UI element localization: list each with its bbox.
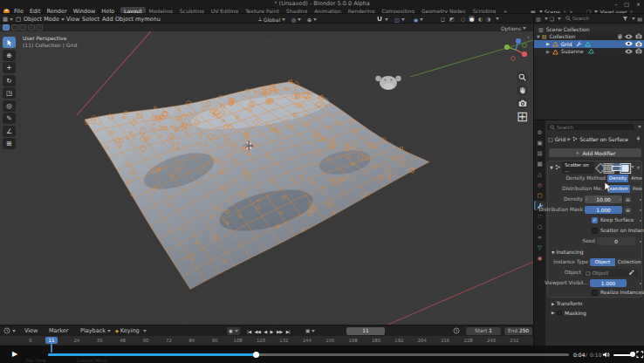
filter-funnel-icon[interactable] bbox=[622, 16, 628, 22]
gizmo-dropdown[interactable]: ⊕ bbox=[307, 15, 317, 24]
select-mode-subtract[interactable] bbox=[19, 24, 26, 31]
jump-to-end-button[interactable]: ▶| bbox=[286, 329, 291, 334]
sidebar-toggle-arrow[interactable]: ‹ bbox=[527, 34, 530, 41]
close-button[interactable]: × bbox=[636, 1, 641, 7]
instance-type-object[interactable]: Object bbox=[590, 258, 615, 266]
animate-dot[interactable] bbox=[640, 283, 641, 284]
tab-view-layer[interactable]: ▦ bbox=[534, 159, 545, 168]
jump-to-start-button[interactable]: |◀ bbox=[247, 329, 251, 334]
pan-hand-icon[interactable] bbox=[517, 85, 528, 96]
tool-move[interactable]: + bbox=[3, 62, 16, 73]
timeline-ruler[interactable]: 0122436486072849610812013214415616818019… bbox=[0, 336, 533, 345]
properties-options-dropdown[interactable] bbox=[638, 126, 641, 128]
volume-icon[interactable] bbox=[602, 351, 610, 359]
section-instancing[interactable]: ▼ Instancing bbox=[546, 247, 642, 257]
seed-field[interactable]: 0 bbox=[597, 237, 635, 245]
viewport-menu-select[interactable]: Select bbox=[82, 16, 99, 23]
select-mode-extend[interactable] bbox=[11, 24, 18, 31]
pivot-point-dropdown[interactable]: ◎ bbox=[291, 15, 301, 24]
play-button[interactable]: ▶ bbox=[271, 329, 273, 334]
snap-with-dropdown[interactable]: ◫ bbox=[394, 15, 405, 24]
zoom-icon[interactable] bbox=[517, 72, 528, 83]
masking-checkbox[interactable] bbox=[557, 311, 562, 316]
density-attribute-button[interactable]: ⊞ bbox=[624, 195, 632, 203]
ortho-toggle-icon[interactable]: ⊞ bbox=[517, 111, 528, 122]
playback-dropdown[interactable]: Playback bbox=[80, 326, 111, 335]
prev-keyframe-button[interactable]: ◀◀ bbox=[255, 329, 261, 334]
animate-dot[interactable] bbox=[640, 230, 641, 232]
outliner-row-grid[interactable]: ▶ Grid bbox=[534, 40, 644, 48]
end-frame-field[interactable]: End250 bbox=[504, 327, 532, 335]
modifier-panel-header[interactable]: ▼ Scatter on ... ◇ ▦ ▭ ▣ × bbox=[550, 162, 641, 172]
modifier-extras-dropdown[interactable] bbox=[631, 166, 634, 168]
tool-rotate[interactable]: ↻ bbox=[3, 75, 16, 86]
scatter-on-instances-checkbox[interactable] bbox=[592, 228, 598, 234]
realize-instances-checkbox[interactable] bbox=[592, 290, 598, 296]
shading-material-button[interactable]: ◐ bbox=[478, 16, 483, 22]
viewport-menu-view[interactable]: View bbox=[66, 16, 79, 23]
section-masking[interactable]: ▶Masking bbox=[546, 308, 642, 318]
collection-exclude-checkbox[interactable]: ✓ bbox=[618, 34, 623, 39]
animate-dot[interactable] bbox=[640, 178, 641, 180]
proportional-editing-dropdown[interactable]: ◉ bbox=[414, 15, 423, 24]
render-toggle[interactable]: ▣ bbox=[621, 163, 629, 171]
eyedropper-icon[interactable] bbox=[628, 270, 634, 276]
playhead-line[interactable] bbox=[51, 343, 52, 353]
minimize-button[interactable]: – bbox=[614, 1, 617, 7]
tab-render[interactable]: ▣ bbox=[534, 138, 545, 147]
tool-add-cube[interactable]: ⊞ bbox=[3, 138, 16, 149]
preview-range-clock-icon[interactable] bbox=[453, 327, 460, 334]
viewport-menu-add[interactable]: Add bbox=[102, 16, 113, 23]
xray-toggle[interactable]: ◩ bbox=[449, 16, 455, 22]
shading-dropdown[interactable] bbox=[496, 17, 499, 20]
tab-object[interactable]: ▢ bbox=[534, 190, 545, 200]
viewport-visibility-slider[interactable]: 1.000 bbox=[590, 279, 627, 287]
animate-dot[interactable] bbox=[640, 262, 641, 264]
tab-physics[interactable]: ○ bbox=[534, 222, 545, 231]
editor-type-button[interactable]: ▦ bbox=[3, 15, 13, 24]
tab-tool[interactable]: ⚙ bbox=[534, 127, 545, 137]
timeline-menu-view[interactable]: View bbox=[24, 327, 38, 334]
mode-dropdown[interactable]: Object Mode bbox=[24, 15, 65, 24]
keying-dropdown[interactable]: ◆ Keying bbox=[115, 326, 147, 335]
object-picker-field[interactable]: ▢ Object bbox=[583, 269, 637, 277]
tab-material[interactable]: ◉ bbox=[534, 253, 545, 263]
tool-cursor[interactable]: ⊕ bbox=[3, 50, 16, 61]
tab-constraints[interactable]: ∞ bbox=[534, 232, 545, 242]
density-field[interactable]: ‹ 10.00 › bbox=[585, 195, 622, 203]
add-modifier-button[interactable]: ＋ Add Modifier bbox=[549, 148, 641, 157]
current-frame-field[interactable]: 11 bbox=[346, 327, 385, 335]
play-reverse-button[interactable]: ◀ bbox=[264, 329, 266, 334]
sync-dropdown[interactable]: ▣ bbox=[305, 327, 315, 335]
properties-search-input[interactable]: Search bbox=[547, 124, 634, 130]
shading-solid-button[interactable]: ● bbox=[469, 16, 475, 22]
timeline-editor-type-button[interactable] bbox=[3, 326, 16, 335]
outliner-row-suzanne[interactable]: ▶ Suzanne bbox=[534, 48, 644, 56]
outliner-row-scene-collection[interactable]: ▥ Scene Collection bbox=[534, 25, 644, 33]
new-collection-button[interactable]: ▤ bbox=[637, 16, 642, 22]
select-mode-invert[interactable] bbox=[28, 24, 35, 31]
show-overlays-toggle[interactable]: ◻ bbox=[441, 16, 445, 22]
tool-scale[interactable]: ◳ bbox=[3, 87, 16, 99]
animate-dot[interactable] bbox=[640, 220, 641, 222]
outliner-search-input[interactable]: Search bbox=[563, 16, 620, 22]
tab-scene[interactable]: △ bbox=[534, 169, 545, 179]
timeline-menu-marker[interactable]: Marker bbox=[49, 327, 68, 334]
tool-annotate[interactable]: ✎ bbox=[3, 113, 16, 124]
mask-attribute-button[interactable]: ⊞ bbox=[624, 206, 632, 214]
shading-wireframe-button[interactable]: ○ bbox=[461, 16, 465, 22]
render-camera-icon[interactable] bbox=[635, 48, 642, 54]
outliner-display-mode-icon[interactable]: ▥ bbox=[536, 16, 541, 22]
modifier-name-field[interactable]: Scatter on ... bbox=[562, 161, 594, 174]
outliner-collection-icon[interactable]: ❏ bbox=[550, 16, 554, 22]
select-mode-set[interactable] bbox=[3, 24, 10, 31]
distribution-random[interactable]: Random bbox=[607, 185, 630, 193]
modifier-close-button[interactable]: × bbox=[636, 164, 641, 170]
hide-eye-icon[interactable] bbox=[625, 49, 633, 54]
tab-output[interactable]: ▤ bbox=[534, 148, 545, 158]
tab-particles[interactable]: ∷ bbox=[534, 211, 545, 221]
start-frame-field[interactable]: Start1 bbox=[466, 327, 501, 335]
section-transform[interactable]: ▶ Transform bbox=[546, 298, 642, 308]
instance-type-collection[interactable]: Collection bbox=[616, 258, 642, 266]
navigation-gizmo[interactable] bbox=[503, 37, 529, 63]
